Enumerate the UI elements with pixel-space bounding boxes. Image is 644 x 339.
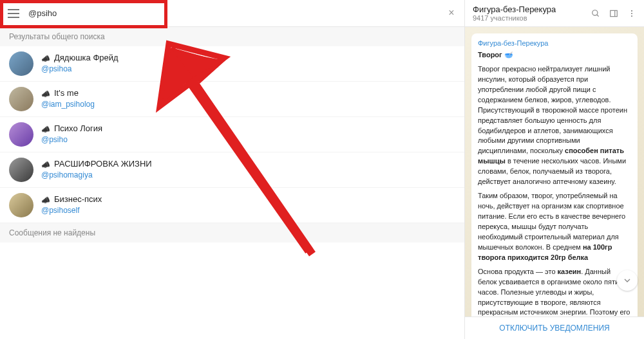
search-bar: ×: [0, 0, 464, 27]
chat-header: Фигура-без-Перекура 9417 участников: [465, 0, 644, 27]
result-handle: @psihoself: [41, 206, 455, 216]
message-title: Творог 🥣: [478, 50, 631, 60]
result-title: 📣Дядюшка Фрейд: [41, 53, 455, 64]
megaphone-icon: 📣: [41, 196, 50, 205]
search-result-item[interactable]: 📣РАСШИФРОВКА ЖИЗНИ@psihomagiya: [0, 152, 464, 188]
megaphone-icon: 📣: [41, 89, 50, 98]
message-bubble[interactable]: Фигура-без-Перекура Творог 🥣 Творог прек…: [471, 33, 638, 316]
message-area: Фигура-без-Перекура Творог 🥣 Творог прек…: [465, 27, 644, 316]
mute-notifications-button[interactable]: ОТКЛЮЧИТЬ УВЕДОМЛЕНИЯ: [465, 316, 644, 339]
result-title: 📣Психо Логия: [41, 124, 455, 134]
avatar: [9, 158, 33, 182]
megaphone-icon: 📣: [41, 54, 50, 63]
result-handle: @psihoa: [41, 64, 455, 75]
result-handle: @psiho: [41, 135, 455, 145]
search-result-item[interactable]: 📣Психо Логия@psiho: [0, 117, 464, 152]
menu-icon[interactable]: [8, 9, 19, 18]
message-paragraph: Таким образом, творог, употребляемый на …: [478, 191, 631, 263]
avatar: [9, 193, 33, 217]
chat-subtitle: 9417 участников: [473, 14, 591, 22]
no-messages-found: Сообщения не найдены: [0, 223, 464, 243]
result-title: 📣Бизнес-псих: [41, 194, 455, 205]
more-icon[interactable]: [627, 9, 636, 18]
megaphone-icon: 📣: [41, 160, 50, 169]
search-result-item[interactable]: 📣Дядюшка Фрейд@psihoa: [0, 46, 464, 82]
global-results-header: Результаты общего поиска: [0, 27, 464, 46]
search-input[interactable]: [28, 8, 446, 18]
chat-title[interactable]: Фигура-без-Перекура: [473, 5, 591, 14]
search-result-item[interactable]: 📣Бизнес-псих@psihoself: [0, 188, 464, 223]
message-paragraph: Творог прекрасно нейтрализует лишний инс…: [478, 64, 631, 187]
svg-point-10: [631, 12, 632, 14]
result-handle: @psihomagiya: [41, 170, 455, 181]
search-result-item[interactable]: 📣It's me@iam_psiholog: [0, 82, 464, 117]
message-channel-name[interactable]: Фигура-без-Перекура: [478, 39, 631, 49]
svg-line-6: [597, 14, 599, 16]
panel-icon[interactable]: [609, 9, 618, 18]
result-handle: @iam_psiholog: [41, 100, 455, 110]
clear-search-icon[interactable]: ×: [446, 8, 457, 19]
svg-point-9: [631, 10, 632, 11]
svg-point-11: [631, 15, 632, 17]
svg-point-5: [592, 10, 598, 15]
svg-rect-7: [611, 10, 618, 16]
avatar: [9, 51, 33, 76]
megaphone-icon: 📣: [41, 125, 50, 134]
result-title: 📣It's me: [41, 88, 455, 99]
avatar: [9, 87, 33, 111]
scroll-down-button[interactable]: [617, 270, 638, 291]
message-paragraph: Основа продукта — это казеин. Данный бел…: [478, 267, 631, 316]
result-title: 📣РАСШИФРОВКА ЖИЗНИ: [41, 159, 455, 170]
avatar: [9, 122, 33, 147]
search-icon[interactable]: [591, 9, 600, 18]
